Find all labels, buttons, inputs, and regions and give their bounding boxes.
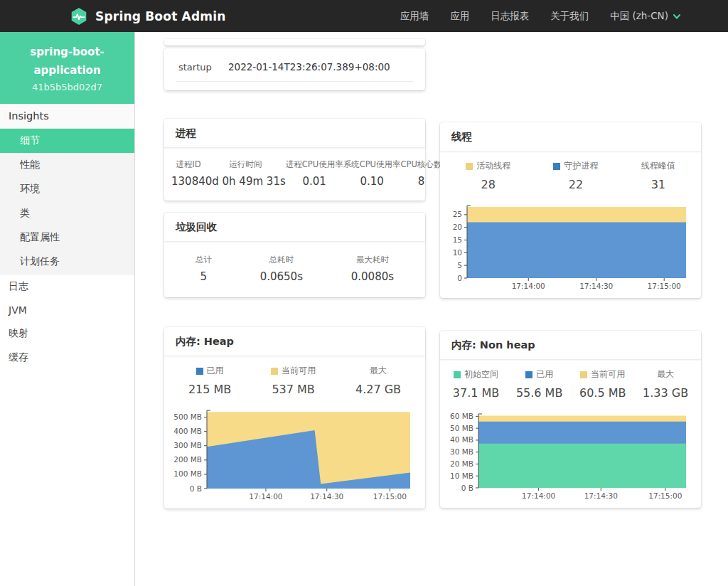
process-metrics: 进程ID 13084 运行时间 0d 0h 49m 31s 进程CPU使用率 0… xyxy=(164,148,425,201)
green-swatch-icon xyxy=(454,371,461,378)
nav-item-about[interactable]: 关于我们 xyxy=(550,10,589,23)
svg-text:0: 0 xyxy=(457,274,462,282)
chevron-down-icon xyxy=(673,12,681,21)
sidebar: spring-boot-application 41b5b5bd02d7 Ins… xyxy=(0,32,135,586)
yellow-swatch-icon xyxy=(271,368,278,375)
threads-card: 线程 活动线程 28 守护进程 22 xyxy=(440,122,701,298)
svg-text:500 MB: 500 MB xyxy=(173,412,202,421)
legend-peak-threads: 线程峰值 31 xyxy=(641,160,675,191)
svg-text:300 MB: 300 MB xyxy=(173,441,202,449)
nonheap-legend: 初始空间 37.1 MB 已用 55.6 MB xyxy=(440,360,701,403)
nonheap-area-chart: 0 B10 MB20 MB30 MB40 MB50 MB60 MB17:14:0… xyxy=(447,410,689,501)
nav-links: 应用墙 应用 日志报表 关于我们 中国 (zh-CN) xyxy=(400,10,681,23)
legend-live-threads: 活动线程 28 xyxy=(466,160,510,191)
svg-text:17:14:00: 17:14:00 xyxy=(249,492,282,501)
metric-system-cpu: 系统CPU使用率 0.10 xyxy=(343,159,401,188)
svg-text:17:14:30: 17:14:30 xyxy=(579,282,613,290)
yellow-swatch-icon xyxy=(466,163,473,170)
nonheap-memory-card: 内存: Non heap 初始空间 37.1 MB 已用 xyxy=(440,331,701,508)
scrolled-card-edge xyxy=(164,39,425,46)
startup-row: startup 2022-01-14T23:26:07.389+08:00 xyxy=(176,51,414,82)
metric-pid: 进程ID 13084 xyxy=(171,159,205,188)
svg-text:17:14:30: 17:14:30 xyxy=(310,492,343,501)
nav-item-journal[interactable]: 日志报表 xyxy=(491,10,529,23)
sidebar-item-jvm[interactable]: JVM xyxy=(0,299,134,321)
nav-item-applications[interactable]: 应用 xyxy=(450,10,469,23)
svg-text:30 MB: 30 MB xyxy=(450,447,473,456)
legend-initial-space: 初始空间 37.1 MB xyxy=(453,368,500,400)
gc-card-title: 垃圾回收 xyxy=(164,213,425,242)
metric-process-cpu: 进程CPU使用率 0.01 xyxy=(286,159,343,188)
blue-swatch-icon xyxy=(553,163,560,170)
svg-text:5: 5 xyxy=(457,261,462,270)
legend-heap-max: 最大 4.27 GB xyxy=(355,365,401,396)
threads-card-title: 线程 xyxy=(440,122,701,151)
svg-text:17:15:00: 17:15:00 xyxy=(373,492,407,501)
legend-nonheap-used: 已用 55.6 MB xyxy=(516,368,563,400)
brand-title: Spring Boot Admin xyxy=(95,9,226,23)
legend-nonheap-available: 当前可用 60.5 MB xyxy=(579,368,626,400)
threads-legend: 活动线程 28 守护进程 22 线程峰值 xyxy=(440,151,701,194)
blue-swatch-icon xyxy=(196,368,203,375)
svg-text:0 B: 0 B xyxy=(190,484,202,493)
svg-text:50 MB: 50 MB xyxy=(450,424,473,432)
sidebar-item-scheduledtasks[interactable]: 计划任务 xyxy=(0,250,134,274)
sidebar-item-details[interactable]: 细节 xyxy=(0,129,134,153)
svg-text:17:14:00: 17:14:00 xyxy=(522,491,555,500)
metric-gc-total-time: 总耗时 0.0650s xyxy=(260,255,303,283)
heap-memory-card: 内存: Heap 已用 215 MB 当前可用 xyxy=(164,327,425,508)
nav-item-wallboard[interactable]: 应用墙 xyxy=(400,10,429,23)
application-header[interactable]: spring-boot-application 41b5b5bd02d7 xyxy=(0,32,134,104)
svg-text:17:14:00: 17:14:00 xyxy=(512,282,545,290)
left-column: startup 2022-01-14T23:26:07.389+08:00 进程… xyxy=(164,39,425,508)
legend-heap-available: 当前可用 537 MB xyxy=(271,365,316,396)
svg-text:0 B: 0 B xyxy=(461,484,473,492)
metric-cpu-cores: CPU核心数 8 xyxy=(401,159,442,188)
sidebar-item-classes[interactable]: 类 xyxy=(0,201,134,225)
locale-label: 中国 (zh-CN) xyxy=(610,10,668,23)
right-column: 线程 活动线程 28 守护进程 22 xyxy=(440,39,701,508)
legend-daemon-threads: 守护进程 22 xyxy=(553,160,598,191)
legend-heap-used: 已用 215 MB xyxy=(188,365,231,396)
sidebar-item-metrics[interactable]: 性能 xyxy=(0,153,134,177)
blue-swatch-icon xyxy=(525,371,532,378)
startup-label: startup xyxy=(178,62,228,73)
svg-text:400 MB: 400 MB xyxy=(173,427,202,435)
heap-area-chart: 0 B100 MB200 MB300 MB400 MB500 MB17:14:0… xyxy=(171,406,413,501)
brand[interactable]: Spring Boot Admin xyxy=(70,7,226,26)
legend-nonheap-max: 最大 1.33 GB xyxy=(643,368,688,400)
sidebar-item-environment[interactable]: 环境 xyxy=(0,177,134,201)
metric-uptime: 运行时间 0d 0h 49m 31s xyxy=(205,159,286,188)
main-content: startup 2022-01-14T23:26:07.389+08:00 进程… xyxy=(135,32,728,586)
sidebar-item-mappings[interactable]: 映射 xyxy=(0,321,134,346)
svg-text:200 MB: 200 MB xyxy=(173,455,202,464)
top-navbar: Spring Boot Admin 应用墙 应用 日志报表 关于我们 中国 (z… xyxy=(0,0,728,32)
nonheap-card-title: 内存: Non heap xyxy=(440,331,701,360)
insights-submenu: 细节 性能 环境 类 配置属性 计划任务 xyxy=(0,129,134,275)
svg-text:17:15:00: 17:15:00 xyxy=(648,491,682,500)
svg-text:20 MB: 20 MB xyxy=(450,459,473,468)
svg-text:25: 25 xyxy=(453,210,462,218)
svg-text:17:14:30: 17:14:30 xyxy=(584,491,618,500)
svg-text:10: 10 xyxy=(453,248,462,257)
sidebar-item-caches[interactable]: 缓存 xyxy=(0,346,134,370)
nonheap-chart: 0 B10 MB20 MB30 MB40 MB50 MB60 MB17:14:0… xyxy=(440,403,701,508)
sidebar-item-logs[interactable]: 日志 xyxy=(0,275,134,299)
startup-card: startup 2022-01-14T23:26:07.389+08:00 xyxy=(164,48,425,90)
sidebar-item-configprops[interactable]: 配置属性 xyxy=(0,225,134,250)
locale-dropdown[interactable]: 中国 (zh-CN) xyxy=(610,10,681,23)
process-card-title: 进程 xyxy=(164,119,425,148)
instance-id: 41b5b5bd02d7 xyxy=(7,82,127,92)
startup-timestamp: 2022-01-14T23:26:07.389+08:00 xyxy=(228,61,390,73)
metric-gc-max-time: 最大耗时 0.0080s xyxy=(351,255,394,283)
heap-card-title: 内存: Heap xyxy=(164,327,425,356)
sidebar-section-insights: Insights xyxy=(0,104,134,129)
heap-legend: 已用 215 MB 当前可用 537 MB xyxy=(164,356,425,399)
gc-metrics: 总计 5 总耗时 0.0650s 最大耗时 0.0080s xyxy=(164,242,425,297)
svg-text:40 MB: 40 MB xyxy=(450,435,473,444)
threads-chart: 051015202517:14:0017:14:3017:15:00 xyxy=(440,194,701,298)
svg-text:15: 15 xyxy=(453,235,462,244)
svg-text:10 MB: 10 MB xyxy=(450,472,473,480)
gc-card: 垃圾回收 总计 5 总耗时 0.0650s 最大耗时 0.0080s xyxy=(164,213,425,297)
process-card: 进程 进程ID 13084 运行时间 0d 0h 49m 31s 进程CPU使用… xyxy=(164,119,425,201)
